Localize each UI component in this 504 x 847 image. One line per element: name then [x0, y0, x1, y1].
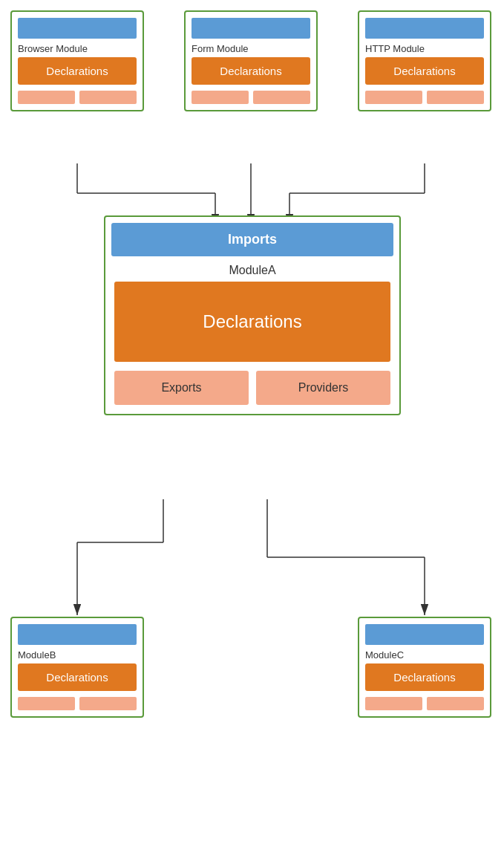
module-a-imports-label: Imports	[111, 223, 393, 256]
browser-module-title: Browser Module	[12, 39, 143, 57]
form-module-bottom-bars	[186, 91, 316, 110]
module-b-declarations: Declarations	[18, 663, 137, 691]
module-a-providers: Providers	[256, 371, 390, 405]
browser-module-card: Browser Module Declarations	[10, 10, 144, 111]
form-module-card: Form Module Declarations	[184, 10, 318, 111]
browser-module-bar-1	[18, 91, 75, 104]
module-b-bar-2	[79, 697, 137, 710]
module-c-declarations: Declarations	[365, 663, 484, 691]
module-c-bar-2	[427, 697, 484, 710]
form-module-declarations: Declarations	[192, 57, 310, 85]
http-module-card: HTTP Module Declarations	[358, 10, 491, 111]
module-a-title: ModuleA	[105, 256, 399, 282]
browser-module-bottom-bars	[12, 91, 143, 110]
module-b-blue-bar	[18, 624, 137, 645]
module-a-card: Imports ModuleA Declarations Exports Pro…	[104, 215, 401, 415]
module-c-bottom-bars	[359, 697, 490, 716]
browser-module-blue-bar	[18, 18, 137, 39]
browser-module-declarations: Declarations	[18, 57, 137, 85]
form-module-bar-2	[253, 91, 310, 104]
http-module-blue-bar	[365, 18, 484, 39]
module-a-bottom-section: Exports Providers	[105, 371, 399, 414]
http-module-bottom-bars	[359, 91, 490, 110]
module-c-bar-1	[365, 697, 422, 710]
module-b-title: ModuleB	[12, 645, 143, 663]
module-b-bar-1	[18, 697, 75, 710]
form-module-title: Form Module	[186, 39, 316, 57]
module-b-card: ModuleB Declarations	[10, 617, 144, 718]
diagram: Browser Module Declarations Form Module …	[0, 0, 504, 847]
http-module-declarations: Declarations	[365, 57, 484, 85]
module-c-blue-bar	[365, 624, 484, 645]
http-module-bar-1	[365, 91, 422, 104]
module-c-card: ModuleC Declarations	[358, 617, 491, 718]
arrows-svg	[0, 0, 504, 847]
http-module-title: HTTP Module	[359, 39, 490, 57]
form-module-bar-1	[192, 91, 249, 104]
module-b-bottom-bars	[12, 697, 143, 716]
http-module-bar-2	[427, 91, 484, 104]
browser-module-bar-2	[79, 91, 137, 104]
module-a-exports: Exports	[114, 371, 249, 405]
module-a-declarations: Declarations	[114, 282, 390, 362]
form-module-blue-bar	[192, 18, 310, 39]
module-c-title: ModuleC	[359, 645, 490, 663]
